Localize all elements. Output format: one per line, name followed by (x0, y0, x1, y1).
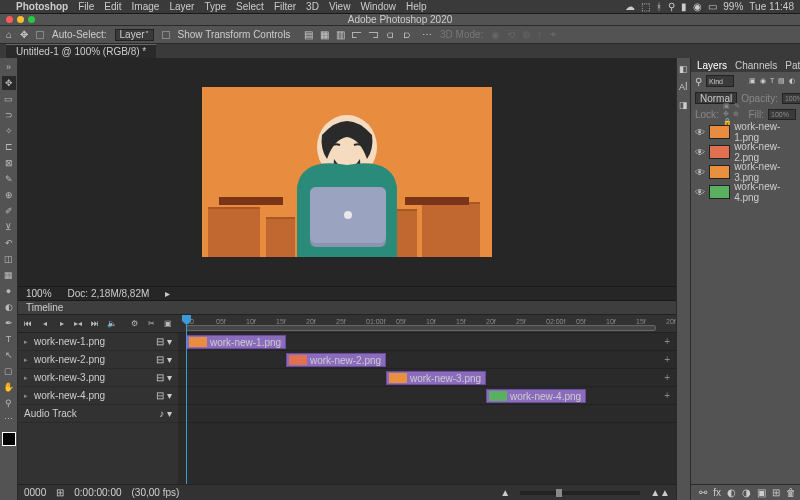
mute-button[interactable]: 🔈 (105, 317, 118, 331)
blur-tool[interactable]: ● (2, 284, 16, 298)
status-arrow-icon[interactable]: ▸ (165, 288, 170, 299)
history-brush-tool[interactable]: ↶ (2, 236, 16, 250)
frame-tool[interactable]: ⊠ (2, 156, 16, 170)
layer-row[interactable]: 👁work-new-3.png (691, 162, 800, 182)
filter-icons[interactable]: ▣ ◉ T ▧ ◐ (749, 77, 796, 85)
search-icon[interactable]: ⚲ (668, 1, 675, 12)
layer-row[interactable]: 👁work-new-2.png (691, 142, 800, 162)
eyedropper-tool[interactable]: ✎ (2, 172, 16, 186)
minimize-window[interactable] (17, 16, 24, 23)
dodge-tool[interactable]: ◐ (2, 300, 16, 314)
mask-icon[interactable]: ◐ (727, 487, 736, 498)
zoom-in-icon[interactable]: ▲▲ (650, 487, 670, 498)
doc-size[interactable]: Doc: 2,18M/8,82M (68, 288, 150, 299)
path-tool[interactable]: ↖ (2, 348, 16, 362)
fx-icon[interactable]: fx (713, 487, 721, 498)
menu-select[interactable]: Select (236, 1, 264, 12)
document-canvas[interactable] (202, 87, 492, 257)
group-icon[interactable]: ▣ (757, 487, 766, 498)
visibility-icon[interactable]: 👁 (695, 147, 705, 158)
zoom-out-icon[interactable]: ▲ (500, 487, 510, 498)
menu-window[interactable]: Window (360, 1, 396, 12)
timeline-clip[interactable]: work-new-1.png (186, 335, 286, 349)
move-tool[interactable]: ✥ (2, 76, 16, 90)
transform-checkbox[interactable] (162, 31, 170, 39)
timeline-clip[interactable]: work-new-3.png (386, 371, 486, 385)
panel-icon[interactable]: Aⅼ (679, 82, 688, 92)
channels-tab[interactable]: Channels (735, 60, 777, 71)
prev-frame-button[interactable]: ◂ (39, 317, 52, 331)
work-area[interactable] (186, 325, 656, 331)
gradient-tool[interactable]: ▦ (2, 268, 16, 282)
filter-icon[interactable]: ⚲ (695, 76, 702, 87)
filter-kind[interactable] (706, 75, 734, 87)
timeline-tracks[interactable]: 0005f10f15f20f25f01:00f05f10f15f20f25f02… (178, 315, 676, 484)
heal-tool[interactable]: ⊕ (2, 188, 16, 202)
split-clip-button[interactable]: ✂ (145, 317, 158, 331)
document-tab[interactable]: Untitled-1 @ 100% (RGB/8) * (6, 44, 156, 58)
timeline-ruler[interactable]: 0005f10f15f20f25f01:00f05f10f15f20f25f02… (178, 315, 676, 333)
visibility-icon[interactable]: 👁 (695, 167, 705, 178)
marquee-tool[interactable]: ▭ (2, 92, 16, 106)
adjustment-icon[interactable]: ◑ (742, 487, 751, 498)
timeline-zoom-slider[interactable] (520, 491, 640, 495)
foreground-color[interactable] (2, 432, 16, 446)
audio-track[interactable] (178, 405, 676, 423)
auto-select-target[interactable]: Layer ˅ (115, 29, 154, 41)
collapse-icon[interactable]: » (2, 60, 16, 74)
playhead[interactable] (186, 315, 187, 484)
pen-tool[interactable]: ✒ (2, 316, 16, 330)
track-header[interactable]: ▸work-new-4.png⊟ ▾ (18, 387, 178, 405)
app-menu[interactable]: Photoshop (16, 1, 68, 12)
menu-help[interactable]: Help (406, 1, 427, 12)
track-header[interactable]: ▸work-new-1.png⊟ ▾ (18, 333, 178, 351)
hand-tool[interactable]: ✋ (2, 380, 16, 394)
fill-value[interactable] (768, 109, 796, 120)
trash-icon[interactable]: 🗑 (786, 487, 796, 498)
shape-tool[interactable]: ▢ (2, 364, 16, 378)
zoom-level[interactable]: 100% (26, 288, 52, 299)
visibility-icon[interactable]: 👁 (695, 187, 705, 198)
add-keyframe-icon[interactable]: + (664, 336, 670, 347)
layer-row[interactable]: 👁work-new-1.png (691, 122, 800, 142)
zoom-tool[interactable]: ⚲ (2, 396, 16, 410)
type-tool[interactable]: T (2, 332, 16, 346)
timeline-clip[interactable]: work-new-4.png (486, 389, 586, 403)
eraser-tool[interactable]: ◫ (2, 252, 16, 266)
timeline-options-icon[interactable]: ⚙ (128, 317, 141, 331)
transition-button[interactable]: ▣ (161, 317, 174, 331)
clock[interactable]: Tue 11:48 (749, 1, 794, 12)
menu-edit[interactable]: Edit (104, 1, 121, 12)
align-icons[interactable]: ▤ ▦ ▥ ⫍ ⫎ ⫏ ⫐ (304, 29, 414, 40)
last-frame-button[interactable]: ⏭ (89, 317, 102, 331)
add-keyframe-icon[interactable]: + (664, 354, 670, 365)
menu-layer[interactable]: Layer (169, 1, 194, 12)
timeline-clip[interactable]: work-new-2.png (286, 353, 386, 367)
panel-icon[interactable]: ◧ (679, 64, 688, 74)
menu-view[interactable]: View (329, 1, 351, 12)
new-layer-icon[interactable]: ⊞ (772, 487, 780, 498)
lasso-tool[interactable]: ⊃ (2, 108, 16, 122)
opacity-value[interactable] (782, 93, 800, 104)
visibility-icon[interactable]: 👁 (695, 127, 705, 138)
maximize-window[interactable] (28, 16, 35, 23)
menu-file[interactable]: File (78, 1, 94, 12)
convert-frames-icon[interactable]: ⊞ (56, 487, 64, 498)
brush-tool[interactable]: ✐ (2, 204, 16, 218)
wand-tool[interactable]: ✧ (2, 124, 16, 138)
edit-toolbar-icon[interactable]: ⋯ (2, 412, 16, 426)
timeline-tab[interactable]: Timeline (26, 302, 63, 313)
menu-3d[interactable]: 3D (306, 1, 319, 12)
layers-tab[interactable]: Layers (697, 60, 727, 71)
panel-icon[interactable]: ◨ (679, 100, 688, 110)
layer-row[interactable]: 👁work-new-4.png (691, 182, 800, 202)
link-layers-icon[interactable]: ⚯ (699, 487, 707, 498)
audio-track-header[interactable]: Audio Track♪ ▾ (18, 405, 178, 423)
next-frame-button[interactable]: ▸◂ (72, 317, 85, 331)
menu-type[interactable]: Type (204, 1, 226, 12)
add-keyframe-icon[interactable]: + (664, 390, 670, 401)
first-frame-button[interactable]: ⏮ (22, 317, 35, 331)
auto-select-checkbox[interactable] (36, 31, 44, 39)
add-keyframe-icon[interactable]: + (664, 372, 670, 383)
canvas-viewport[interactable] (18, 58, 676, 286)
